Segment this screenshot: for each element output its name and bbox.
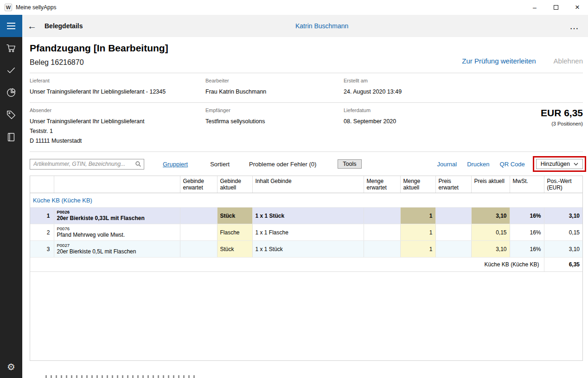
search-box[interactable] xyxy=(30,159,144,170)
add-dropdown-button[interactable]: Hinzufügen xyxy=(536,159,583,169)
sidebar-item-settings[interactable]: ⚙ xyxy=(0,356,22,378)
menge-aktuell-cell[interactable]: 1 xyxy=(400,224,435,241)
app-icon: W xyxy=(5,4,12,11)
forward-for-review-button[interactable]: Zur Prüfung weiterleiten xyxy=(462,57,536,65)
col-preis-erwartet: Preis erwartet xyxy=(435,176,471,193)
created-at-field: Erstellt am 24. August 2020 13:49 xyxy=(344,78,464,97)
sidebar-item-orders[interactable] xyxy=(0,37,22,59)
col-nr xyxy=(30,176,54,193)
info-row-2: Absender Unser Trainingslieferant Ihr Li… xyxy=(30,103,583,151)
document-total: EUR 6,35 (3 Positionen) xyxy=(464,107,583,146)
group-header-row: Küche KB (Küche KB) xyxy=(30,193,582,208)
gebinde-aktuell-cell[interactable]: Stück xyxy=(217,208,252,224)
col-gebinde-erwartet: Gebinde erwartet xyxy=(180,176,217,193)
sidebar-item-approvals[interactable] xyxy=(0,59,22,82)
back-arrow-icon: ← xyxy=(27,21,37,31)
article-cell: P0076 Pfand Mehrweg volle Mwst. xyxy=(54,224,180,241)
preis-aktuell-cell[interactable]: 0,15 xyxy=(471,224,510,241)
qr-code-link[interactable]: QR Code xyxy=(500,161,525,168)
document-title: Pfandzugang [In Bearbeitung] xyxy=(30,43,168,54)
main-content: Pfandzugang [In Bearbeitung] Beleg 16216… xyxy=(22,37,588,378)
window-controls: – × xyxy=(524,0,588,15)
close-icon: × xyxy=(575,3,580,12)
document-number: Beleg 16216870 xyxy=(30,58,168,67)
positions-table-frame: Gebinde erwartet Gebinde aktuell Inhalt … xyxy=(30,176,583,361)
table-row[interactable]: 1 P0026 20er Bierkiste 0,33L mit Flasche… xyxy=(30,208,582,224)
gear-icon: ⚙ xyxy=(7,362,15,372)
preis-aktuell-cell[interactable]: 3,10 xyxy=(471,208,510,224)
search-icon xyxy=(135,161,141,167)
col-preis-aktuell: Preis aktuell xyxy=(471,176,510,193)
more-icon: … xyxy=(569,21,580,31)
positions-table: Gebinde erwartet Gebinde aktuell Inhalt … xyxy=(30,176,582,272)
hamburger-menu-button[interactable] xyxy=(0,15,22,37)
close-button[interactable]: × xyxy=(567,0,588,15)
col-article xyxy=(54,176,180,193)
pie-chart-icon xyxy=(6,88,16,98)
col-menge-aktuell: Menge aktuell xyxy=(400,176,435,193)
problems-filter[interactable]: Probleme oder Fehler (0) xyxy=(249,161,316,168)
menge-aktuell-cell[interactable]: 1 xyxy=(400,208,435,224)
grouped-toggle[interactable]: Gruppiert xyxy=(163,161,188,168)
col-mwst: MwSt. xyxy=(510,176,544,193)
book-icon xyxy=(6,132,16,142)
supplier-field: Lieferant Unser Trainingslieferant Ihr L… xyxy=(30,78,205,97)
sidebar-item-labels[interactable] xyxy=(0,104,22,126)
table-header-row: Gebinde erwartet Gebinde aktuell Inhalt … xyxy=(30,176,582,193)
col-menge-erwartet: Menge erwartet xyxy=(364,176,400,193)
maximize-icon xyxy=(554,5,558,10)
table-row[interactable]: 2 P0076 Pfand Mehrweg volle Mwst. Flasch… xyxy=(30,224,582,241)
maximize-button[interactable] xyxy=(545,0,567,15)
items-toolbar: Gruppiert Sortiert Probleme oder Fehler … xyxy=(30,158,583,170)
menge-aktuell-cell[interactable]: 1 xyxy=(400,241,435,258)
print-link[interactable]: Drucken xyxy=(467,161,489,168)
sender-field: Absender Unser Trainingslieferant Ihr Li… xyxy=(30,107,205,146)
article-cell: P0027 20er Bierkiste 0,5L mit Flaschen xyxy=(54,241,180,258)
minimize-button[interactable]: – xyxy=(524,0,545,15)
current-user-link[interactable]: Katrin Buschmann xyxy=(295,15,348,37)
gebinde-aktuell-cell[interactable]: Flasche xyxy=(217,224,252,241)
sorted-toggle[interactable]: Sortiert xyxy=(210,161,230,168)
page-title: Belegdetails xyxy=(45,22,83,30)
delivery-date-field: Lieferdatum 08. September 2020 xyxy=(344,107,464,146)
journal-link[interactable]: Journal xyxy=(437,161,457,168)
info-row-1: Lieferant Unser Trainingslieferant Ihr L… xyxy=(30,73,583,102)
col-gebinde-aktuell: Gebinde aktuell xyxy=(217,176,252,193)
tools-button[interactable]: Tools xyxy=(338,159,361,169)
search-input[interactable] xyxy=(33,161,135,167)
reject-button[interactable]: Ablehnen xyxy=(554,57,583,65)
back-button[interactable]: ← xyxy=(22,21,42,31)
gebinde-aktuell-cell[interactable]: Stück xyxy=(217,241,252,258)
preis-aktuell-cell[interactable]: 3,10 xyxy=(471,241,510,258)
chevron-down-icon xyxy=(574,163,578,166)
cart-icon xyxy=(6,43,16,53)
sidebar-item-catalog[interactable] xyxy=(0,126,22,148)
tag-icon xyxy=(6,110,16,120)
clipped-text-fragment xyxy=(45,375,195,378)
col-inhalt-gebinde: Inhalt Gebinde xyxy=(252,176,364,193)
recipient-field: Empfänger Testfirma sellysolutions xyxy=(205,107,344,146)
position-count: (3 Positionen) xyxy=(464,121,583,126)
table-row[interactable]: 3 P0027 20er Bierkiste 0,5L mit Flaschen… xyxy=(30,241,582,258)
group-sum-value: 6,35 xyxy=(544,258,582,272)
group-sum-row: Küche KB (Küche KB) 6,35 xyxy=(30,258,582,272)
app-header: ← Belegdetails Katrin Buschmann … xyxy=(0,15,588,37)
hamburger-icon xyxy=(7,23,15,24)
check-icon xyxy=(6,65,16,76)
sidebar-item-statistics[interactable] xyxy=(0,82,22,104)
minimize-icon: – xyxy=(533,4,537,11)
more-options-button[interactable]: … xyxy=(569,24,580,28)
divider xyxy=(30,151,583,152)
total-amount: EUR 6,35 xyxy=(464,107,583,119)
sidebar-nav: ⚙ xyxy=(0,37,22,378)
window-title: Meine sellyApps xyxy=(16,4,56,11)
document-header: Pfandzugang [In Bearbeitung] Beleg 16216… xyxy=(30,43,583,67)
col-pos-wert: Pos.-Wert (EUR) xyxy=(544,176,582,193)
window-titlebar: W Meine sellyApps – × xyxy=(0,0,588,15)
group-sum-label: Küche KB (Küche KB) xyxy=(30,258,544,272)
article-cell: P0026 20er Bierkiste 0,33L mit Flaschen xyxy=(54,208,180,224)
editor-field: Bearbeiter Frau Katrin Buschmann xyxy=(205,78,344,97)
